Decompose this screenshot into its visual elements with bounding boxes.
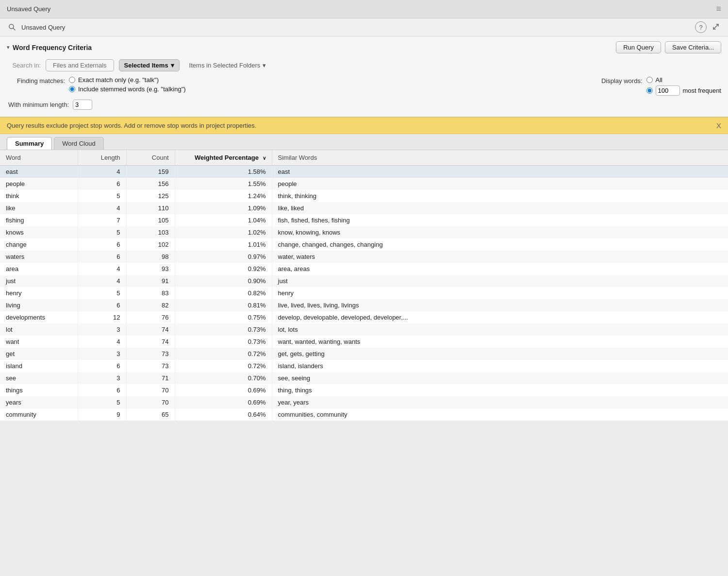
cell-count: 70 xyxy=(126,384,175,396)
tab-summary[interactable]: Summary xyxy=(7,137,52,150)
cell-weighted: 0.70% xyxy=(175,372,272,384)
display-most-frequent-row: most frequent xyxy=(646,85,722,96)
cell-similar: see, seeing xyxy=(272,372,728,384)
cell-similar: live, lived, lives, living, livings xyxy=(272,299,728,311)
cell-count: 159 xyxy=(126,166,175,178)
cell-count: 156 xyxy=(126,178,175,190)
col-header-weighted[interactable]: Weighted Percentage ∨ xyxy=(175,150,272,166)
menu-icon[interactable]: ≡ xyxy=(716,4,721,14)
cell-weighted: 0.72% xyxy=(175,348,272,360)
table-row: get3730.72%get, gets, getting xyxy=(0,348,728,360)
cell-word: knows xyxy=(0,226,78,238)
save-criteria-button[interactable]: Save Criteria... xyxy=(665,41,721,53)
cell-weighted: 1.04% xyxy=(175,214,272,226)
cell-similar: know, knowing, knows xyxy=(272,226,728,238)
table-row: community9650.64%communities, community xyxy=(0,408,728,421)
search-in-label: Search in: xyxy=(7,62,41,69)
cell-weighted: 0.72% xyxy=(175,360,272,372)
stemmed-match-radio[interactable] xyxy=(69,86,75,92)
cell-count: 74 xyxy=(126,336,175,348)
display-words-label: Display words: xyxy=(601,76,643,85)
table-row: living6820.81%live, lived, lives, living… xyxy=(0,299,728,311)
run-query-button[interactable]: Run Query xyxy=(616,41,661,53)
help-button[interactable]: ? xyxy=(695,21,707,33)
display-all-row: All xyxy=(646,76,722,84)
table-row: area4930.92%area, areas xyxy=(0,263,728,275)
cell-count: 73 xyxy=(126,360,175,372)
cell-weighted: 0.69% xyxy=(175,396,272,408)
display-all-radio[interactable] xyxy=(646,77,653,83)
cell-length: 9 xyxy=(78,408,126,421)
table-row: waters6980.97%water, waters xyxy=(0,251,728,263)
display-most-frequent-radio[interactable] xyxy=(646,87,653,94)
cell-word: area xyxy=(0,263,78,275)
table-row: change61021.01%change, changed, changes,… xyxy=(0,238,728,251)
cell-similar: lot, lots xyxy=(272,323,728,336)
svg-line-1 xyxy=(13,28,15,30)
table-row: developments12760.75%develop, developabl… xyxy=(0,311,728,323)
criteria-header: ▾ Word Frequency Criteria Run Query Save… xyxy=(7,41,721,53)
cell-count: 71 xyxy=(126,372,175,384)
warning-message: Query results exclude project stop words… xyxy=(7,122,256,129)
results-table: Word Length Count Weighted Percentage ∨ … xyxy=(0,150,728,421)
cell-count: 102 xyxy=(126,238,175,251)
results-tabs-row: Summary Word Cloud xyxy=(0,134,728,150)
search-in-selected-items[interactable]: Selected Items ▾ xyxy=(119,59,180,71)
table-row: see3710.70%see, seeing xyxy=(0,372,728,384)
cell-length: 4 xyxy=(78,275,126,287)
cell-word: see xyxy=(0,372,78,384)
cell-word: east xyxy=(0,166,78,178)
cell-count: 105 xyxy=(126,214,175,226)
toolbar-row: Unsaved Query ? xyxy=(0,18,728,36)
warning-close-button[interactable]: X xyxy=(716,121,721,130)
table-row: think51251.24%think, thinking xyxy=(0,190,728,202)
cell-similar: water, waters xyxy=(272,251,728,263)
cell-similar: think, thinking xyxy=(272,190,728,202)
cell-word: people xyxy=(0,178,78,190)
cell-similar: just xyxy=(272,275,728,287)
cell-similar: change, changed, changes, changing xyxy=(272,238,728,251)
cell-count: 110 xyxy=(126,202,175,214)
table-header-row: Word Length Count Weighted Percentage ∨ … xyxy=(0,150,728,166)
chevron-icon[interactable]: ▾ xyxy=(7,44,10,51)
cell-weighted: 1.09% xyxy=(175,202,272,214)
cell-similar: people xyxy=(272,178,728,190)
cell-weighted: 1.55% xyxy=(175,178,272,190)
table-row: lot3740.73%lot, lots xyxy=(0,323,728,336)
cell-count: 76 xyxy=(126,311,175,323)
cell-length: 5 xyxy=(78,190,126,202)
cell-length: 7 xyxy=(78,214,126,226)
table-row: henry5830.82%henry xyxy=(0,287,728,299)
cell-count: 82 xyxy=(126,299,175,311)
tab-word-cloud[interactable]: Word Cloud xyxy=(54,137,103,150)
search-in-items-in-folders[interactable]: Items in Selected Folders ▾ xyxy=(184,60,271,71)
most-frequent-count-input[interactable] xyxy=(656,85,680,96)
min-length-label: With minimum length: xyxy=(7,101,69,108)
table-row: fishing71051.04%fish, fished, fishes, fi… xyxy=(0,214,728,226)
cell-word: think xyxy=(0,190,78,202)
cell-count: 83 xyxy=(126,287,175,299)
expand-button[interactable] xyxy=(711,22,721,33)
display-words-options: All most frequent xyxy=(646,76,722,96)
title-bar: Unsaved Query ≡ xyxy=(0,0,728,18)
cell-similar: fish, fished, fishes, fishing xyxy=(272,214,728,226)
cell-weighted: 0.69% xyxy=(175,384,272,396)
options-row: Finding matches: Exact match only (e.g. … xyxy=(7,76,721,96)
dropdown-arrow-items-in-folders: ▾ xyxy=(263,62,266,69)
cell-similar: get, gets, getting xyxy=(272,348,728,360)
finding-matches-label: Finding matches: xyxy=(7,76,65,85)
cell-weighted: 1.58% xyxy=(175,166,272,178)
cell-word: living xyxy=(0,299,78,311)
cell-word: want xyxy=(0,336,78,348)
cell-similar: thing, things xyxy=(272,384,728,396)
cell-count: 73 xyxy=(126,348,175,360)
min-length-input[interactable] xyxy=(73,100,92,110)
cell-length: 4 xyxy=(78,336,126,348)
table-row: things6700.69%thing, things xyxy=(0,384,728,396)
search-in-files-externals[interactable]: Files and Externals xyxy=(46,59,114,71)
cell-weighted: 0.97% xyxy=(175,251,272,263)
exact-match-radio[interactable] xyxy=(69,77,75,83)
cell-length: 3 xyxy=(78,323,126,336)
cell-count: 98 xyxy=(126,251,175,263)
table-row: people61561.55%people xyxy=(0,178,728,190)
